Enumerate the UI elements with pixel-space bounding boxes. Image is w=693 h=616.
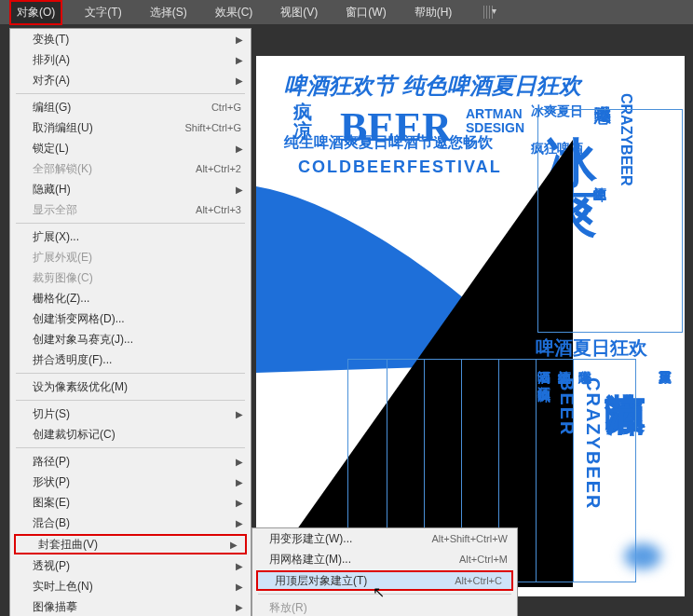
menu-item-label: 释放(R) xyxy=(269,600,508,616)
envelope-submenu-item[interactable]: 用变形建立(W)...Alt+Shift+Ctrl+W xyxy=(252,528,517,549)
submenu-arrow-icon: ▶ xyxy=(236,477,243,487)
object-menu-item: 裁剪图像(C) xyxy=(10,267,251,288)
menu-item-label: 封套扭曲(V) xyxy=(38,537,236,553)
object-menu-item[interactable]: 切片(S)▶ xyxy=(10,404,251,424)
menu-window[interactable]: 窗口(W) xyxy=(340,2,391,23)
menu-view[interactable]: 视图(V) xyxy=(275,2,323,23)
object-menu-item[interactable]: 变换(T)▶ xyxy=(10,29,251,49)
menu-item-label: 创建渐变网格(D)... xyxy=(33,311,241,327)
submenu-arrow-icon: ▶ xyxy=(236,409,243,419)
menu-shortcut: Alt+Shift+Ctrl+W xyxy=(431,533,508,544)
envelope-submenu-item: 释放(R) xyxy=(252,597,517,616)
menu-shortcut: Alt+Ctrl+3 xyxy=(196,204,241,215)
submenu-arrow-icon: ▶ xyxy=(236,185,243,195)
object-menu-item[interactable]: 图像描摹▶ xyxy=(10,596,251,616)
submenu-arrow-icon: ▶ xyxy=(236,144,243,154)
menu-shortcut: Alt+Ctrl+2 xyxy=(196,163,241,174)
object-menu-item: 显示全部Alt+Ctrl+3 xyxy=(10,199,251,220)
object-menu-item: 全部解锁(K)Alt+Ctrl+2 xyxy=(10,158,251,179)
toolbar-extras-icon[interactable]: ▾ xyxy=(483,6,493,19)
object-menu-item[interactable]: 对齐(A)▶ xyxy=(10,70,251,90)
menu-item-label: 编组(G) xyxy=(33,100,211,116)
object-menu-item[interactable]: 扩展(X)... xyxy=(10,226,251,247)
object-menu-item[interactable]: 实时上色(N)▶ xyxy=(10,576,251,596)
menu-shortcut: Ctrl+G xyxy=(211,102,241,113)
menu-item-label: 栅格化(Z)... xyxy=(33,291,241,307)
menu-object[interactable]: 对象(O) xyxy=(9,0,62,25)
object-menu-item[interactable]: 创建渐变网格(D)... xyxy=(10,308,251,329)
menu-item-label: 路径(P) xyxy=(33,454,241,470)
menu-item-label: 图像描摹 xyxy=(33,599,241,615)
menu-item-label: 图案(E) xyxy=(33,495,241,511)
object-menu-item[interactable]: 创建对象马赛克(J)... xyxy=(10,329,251,349)
menu-help[interactable]: 帮助(H) xyxy=(409,2,458,23)
menubar: 对象(O) 文字(T) 选择(S) 效果(C) 视图(V) 窗口(W) 帮助(H… xyxy=(0,0,693,24)
object-menu-item[interactable]: 封套扭曲(V)▶ xyxy=(14,534,247,554)
menu-item-label: 锁定(L) xyxy=(33,141,241,157)
menu-item-label: 显示全部 xyxy=(33,202,196,218)
menu-select[interactable]: 选择(S) xyxy=(144,2,193,23)
menu-item-label: 隐藏(H) xyxy=(33,182,241,198)
object-menu-item: 扩展外观(E) xyxy=(10,247,251,267)
menu-item-label: 扩展外观(E) xyxy=(33,250,241,266)
object-menu-item[interactable]: 设为像素级优化(M) xyxy=(10,376,251,397)
menu-item-label: 裁剪图像(C) xyxy=(33,270,241,286)
menu-item-label: 混合(B) xyxy=(33,515,241,531)
menu-item-label: 对齐(A) xyxy=(33,73,241,89)
cursor-blob xyxy=(619,540,666,573)
envelope-distort-submenu: 用变形建立(W)...Alt+Shift+Ctrl+W用网格建立(M)...Al… xyxy=(251,527,518,616)
menu-shortcut: Shift+Ctrl+G xyxy=(184,122,241,133)
menu-item-label: 形状(P) xyxy=(33,474,241,490)
menu-effect[interactable]: 效果(C) xyxy=(210,2,259,23)
object-menu-item[interactable]: 混合(B)▶ xyxy=(10,513,251,533)
menu-item-label: 扩展(X)... xyxy=(33,229,241,245)
menu-item-label: 切片(S) xyxy=(33,406,241,422)
submenu-arrow-icon: ▶ xyxy=(236,602,243,612)
object-menu-item[interactable]: 创建裁切标记(C) xyxy=(10,424,251,445)
object-menu-item[interactable]: 图案(E)▶ xyxy=(10,492,251,513)
object-menu-item[interactable]: 路径(P)▶ xyxy=(10,451,251,472)
artwork-text: 啤酒狂欢节 纯色啤酒夏日狂欢 xyxy=(284,75,581,97)
object-menu-item[interactable]: 形状(P)▶ xyxy=(10,472,251,492)
menu-item-label: 透视(P) xyxy=(33,558,241,574)
object-menu-item[interactable]: 编组(G)Ctrl+G xyxy=(10,97,251,117)
object-menu-item[interactable]: 锁定(L)▶ xyxy=(10,138,251,158)
guide xyxy=(536,359,537,582)
submenu-arrow-icon: ▶ xyxy=(236,498,243,508)
object-menu-item[interactable]: 拼合透明度(F)... xyxy=(10,349,251,370)
submenu-arrow-icon: ▶ xyxy=(236,561,243,571)
menu-item-label: 拼合透明度(F)... xyxy=(33,352,241,368)
submenu-arrow-icon: ▶ xyxy=(230,540,238,550)
envelope-submenu-item[interactable]: 用顶层对象建立(T)Alt+Ctrl+C xyxy=(256,570,513,591)
canvas[interactable]: 啤酒狂欢节 纯色啤酒夏日狂欢 疯凉 BEER ARTMAN SDESIGN 纯生… xyxy=(256,56,685,596)
menu-item-label: 用网格建立(M)... xyxy=(269,552,459,568)
submenu-arrow-icon: ▶ xyxy=(236,75,243,86)
guide xyxy=(573,359,574,582)
menu-item-label: 用变形建立(W)... xyxy=(269,531,431,547)
object-menu-item[interactable]: 透视(P)▶ xyxy=(10,555,251,576)
submenu-arrow-icon: ▶ xyxy=(236,34,243,45)
menu-item-label: 创建对象马赛克(J)... xyxy=(33,332,241,348)
object-menu-item[interactable]: 取消编组(U)Shift+Ctrl+G xyxy=(10,117,251,138)
object-menu-dropdown: 变换(T)▶排列(A)▶对齐(A)▶编组(G)Ctrl+G取消编组(U)Shif… xyxy=(9,28,251,616)
menu-item-label: 实时上色(N) xyxy=(33,579,241,595)
submenu-arrow-icon: ▶ xyxy=(236,518,243,528)
selection-bounds[interactable] xyxy=(537,109,683,333)
menu-item-label: 设为像素级优化(M) xyxy=(33,379,241,395)
object-menu-item[interactable]: 隐藏(H)▶ xyxy=(10,179,251,199)
object-menu-item[interactable]: 栅格化(Z)... xyxy=(10,288,251,308)
envelope-submenu-item[interactable]: 用网格建立(M)...Alt+Ctrl+M xyxy=(252,549,517,569)
menu-shortcut: Alt+Ctrl+C xyxy=(455,575,502,586)
object-menu-item[interactable]: 排列(A)▶ xyxy=(10,49,251,70)
menu-item-label: 排列(A) xyxy=(33,52,241,68)
artwork-text: ARTMAN xyxy=(466,107,523,120)
submenu-arrow-icon: ▶ xyxy=(236,582,243,592)
menu-item-label: 全部解锁(K) xyxy=(33,161,196,177)
submenu-arrow-icon: ▶ xyxy=(236,457,243,467)
menu-item-label: 用顶层对象建立(T) xyxy=(275,573,455,589)
menu-item-label: 取消编组(U) xyxy=(33,120,184,136)
menu-item-label: 创建裁切标记(C) xyxy=(33,427,241,443)
submenu-arrow-icon: ▶ xyxy=(236,55,243,65)
menu-item-label: 变换(T) xyxy=(33,32,241,48)
menu-type[interactable]: 文字(T) xyxy=(79,2,127,23)
